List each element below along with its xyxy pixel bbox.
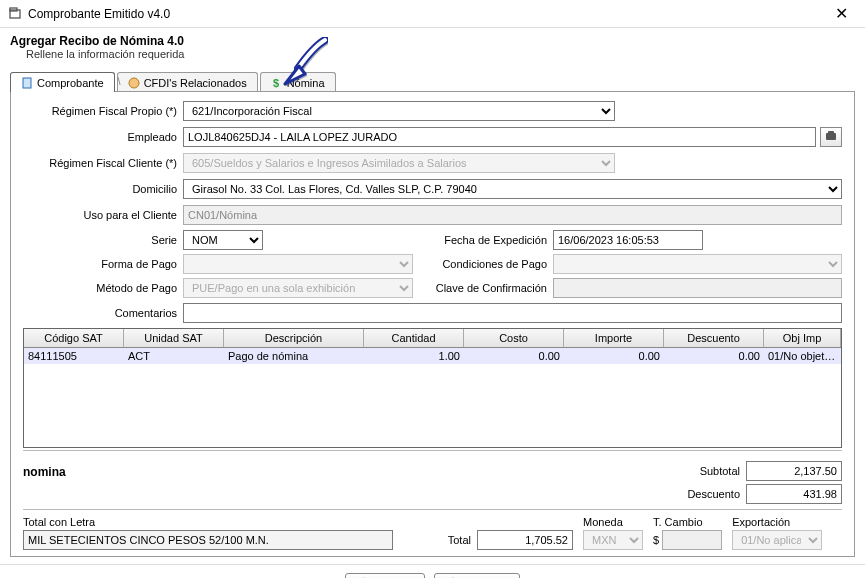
grid-header: Código SAT Unidad SAT Descripción Cantid…	[24, 329, 841, 348]
money-icon: $	[271, 77, 283, 89]
col-cantidad[interactable]: Cantidad	[364, 329, 464, 347]
label-total-letra: Total con Letra	[23, 516, 393, 528]
titlebar: Comprobante Emitido v4.0 ✕	[0, 0, 865, 28]
tab-bar: Comprobante \ CFDI's Relacionados \ $ Nó…	[10, 72, 855, 92]
regimen-cliente-select: 605/Sueldos y Salarios e Ingresos Asimil…	[183, 153, 615, 173]
cell-obj: 01/No objeto de im...	[764, 348, 841, 364]
empleado-input[interactable]	[183, 127, 816, 147]
label-regimen-cliente: Régimen Fiscal Cliente (*)	[23, 157, 183, 169]
tab-nomina[interactable]: $ Nómina	[260, 72, 336, 92]
label-fecha-exp: Fecha de Expedición	[423, 234, 553, 246]
col-codigo-sat[interactable]: Código SAT	[24, 329, 124, 347]
col-costo[interactable]: Costo	[464, 329, 564, 347]
cell-desc: Pago de nómina	[224, 348, 364, 364]
app-icon	[8, 7, 22, 21]
subtotal-value	[746, 461, 842, 481]
label-empleado: Empleado	[23, 131, 183, 143]
search-icon	[825, 130, 837, 144]
condiciones-pago-select	[553, 254, 842, 274]
label-metodo-pago: Método de Pago	[23, 282, 183, 294]
cell-disc: 0.00	[664, 348, 764, 364]
label-total: Total	[397, 534, 477, 546]
domicilio-select[interactable]: Girasol No. 33 Col. Las Flores, Cd. Vall…	[183, 179, 842, 199]
summary-block: nomina Subtotal Descuento Total con Letr…	[23, 457, 842, 550]
total-value	[477, 530, 573, 550]
exportacion-select: 01/No aplica	[732, 530, 822, 550]
tab-label: CFDI's Relacionados	[144, 77, 247, 89]
summary-name: nomina	[23, 461, 666, 483]
moneda-select: MXN	[583, 530, 643, 550]
forma-pago-select	[183, 254, 413, 274]
header-main: Agregar Recibo de Nómina 4.0	[10, 34, 855, 48]
metodo-pago-select: PUE/Pago en una sola exhibición	[183, 278, 413, 298]
svg-rect-6	[828, 131, 834, 134]
cancel-button[interactable]: Cancelar	[434, 573, 520, 578]
cell-imp: 0.00	[564, 348, 664, 364]
col-descripcion[interactable]: Descripción	[224, 329, 364, 347]
cell-cost: 0.00	[464, 348, 564, 364]
svg-rect-5	[826, 133, 836, 140]
col-importe[interactable]: Importe	[564, 329, 664, 347]
window-title: Comprobante Emitido v4.0	[28, 7, 825, 21]
tab-label: Comprobante	[37, 77, 104, 89]
descuento-value	[746, 484, 842, 504]
header-sub: Rellene la información requerida	[10, 48, 855, 60]
serie-select[interactable]: NOM	[183, 230, 263, 250]
label-subtotal: Subtotal	[666, 465, 746, 477]
comentarios-input[interactable]	[183, 303, 842, 323]
label-exportacion: Exportación	[732, 516, 822, 528]
employee-lookup-button[interactable]	[820, 127, 842, 147]
close-icon[interactable]: ✕	[825, 4, 857, 23]
regimen-propio-select[interactable]: 621/Incorporación Fiscal	[183, 101, 615, 121]
link-icon	[128, 77, 140, 89]
label-condiciones-pago: Condiciones de Pago	[423, 258, 553, 270]
action-bar: Aceptar Cancelar	[0, 564, 865, 578]
tab-label: Nómina	[287, 77, 325, 89]
tab-panel-comprobante: Régimen Fiscal Propio (*) 621/Incorporac…	[10, 91, 855, 557]
table-row[interactable]: 84111505 ACT Pago de nómina 1.00 0.00 0.…	[24, 348, 841, 364]
label-clave-conf: Clave de Confirmación	[423, 282, 553, 294]
label-domicilio: Domicilio	[23, 183, 183, 195]
clave-conf-input	[553, 278, 842, 298]
label-descuento: Descuento	[666, 488, 746, 500]
line-items-grid: Código SAT Unidad SAT Descripción Cantid…	[23, 328, 842, 448]
currency-symbol: $	[653, 534, 659, 546]
label-comentarios: Comentarios	[23, 307, 183, 319]
tab-cfdi-relacionados[interactable]: CFDI's Relacionados \	[117, 72, 258, 92]
document-icon	[21, 77, 33, 89]
label-uso-cliente: Uso para el Cliente	[23, 209, 183, 221]
tcambio-input	[662, 530, 722, 550]
label-forma-pago: Forma de Pago	[23, 258, 183, 270]
header: Agregar Recibo de Nómina 4.0 Rellene la …	[0, 28, 865, 62]
cell-sat: 84111505	[24, 348, 124, 364]
col-descuento[interactable]: Descuento	[664, 329, 764, 347]
label-tcambio: T. Cambio	[653, 516, 722, 528]
svg-text:$: $	[273, 77, 279, 89]
cell-unit: ACT	[124, 348, 224, 364]
cell-qty: 1.00	[364, 348, 464, 364]
col-unidad-sat[interactable]: Unidad SAT	[124, 329, 224, 347]
svg-rect-2	[23, 78, 31, 88]
fecha-exp-input[interactable]	[553, 230, 703, 250]
total-letra-input	[23, 530, 393, 550]
tab-comprobante[interactable]: Comprobante \	[10, 72, 115, 92]
svg-point-3	[129, 78, 139, 88]
label-moneda: Moneda	[583, 516, 643, 528]
label-regimen-propio: Régimen Fiscal Propio (*)	[23, 105, 183, 117]
grid-body[interactable]: 84111505 ACT Pago de nómina 1.00 0.00 0.…	[24, 348, 841, 447]
label-serie: Serie	[23, 234, 183, 246]
accept-button[interactable]: Aceptar	[345, 573, 425, 578]
uso-cliente-input	[183, 205, 842, 225]
col-obj-imp[interactable]: Obj Imp	[764, 329, 841, 347]
